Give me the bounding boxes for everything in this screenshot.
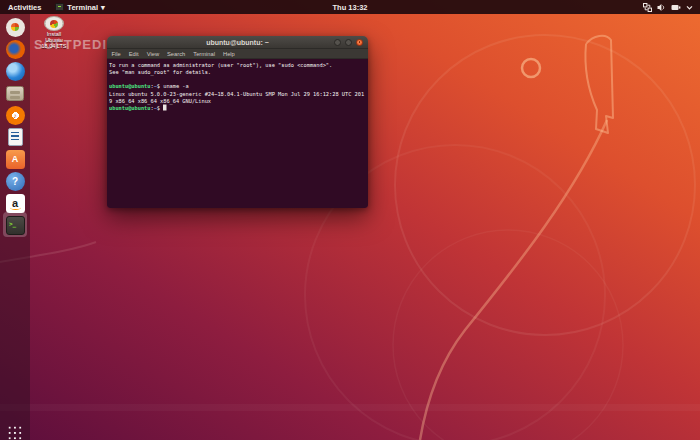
firefox-icon	[6, 40, 25, 59]
dock-item-files[interactable]	[0, 82, 30, 104]
install-ubuntu-icon	[6, 18, 25, 37]
dock-item-ubuntu-software[interactable]: A	[0, 148, 30, 170]
menu-terminal[interactable]: Terminal	[193, 51, 215, 57]
help-icon: ?	[6, 172, 25, 191]
amazon-icon: a	[6, 194, 25, 213]
battery-icon	[671, 3, 681, 12]
terminal-icon	[55, 3, 64, 11]
terminal-motd-line2: See "man sudo_root" for details.	[109, 68, 368, 75]
terminal-output-line2: 9 x86_64 x86_64 x86_64 GNU/Linux	[109, 97, 368, 104]
menu-file[interactable]: File	[112, 51, 121, 57]
minimize-button[interactable]	[334, 39, 341, 46]
thunderbird-icon	[6, 62, 25, 81]
terminal-command-line: ubuntu@ubuntu:~$ uname -a	[109, 83, 368, 90]
close-button[interactable]	[356, 39, 363, 46]
chevron-down-icon	[686, 4, 693, 11]
rhythmbox-icon: ♪	[6, 106, 25, 125]
dock: ♪ A ? a >_	[0, 14, 30, 440]
terminal-titlebar[interactable]: ubuntu@ubuntu: ~	[107, 36, 368, 49]
app-menu[interactable]: Terminal ▾	[55, 3, 104, 12]
dock-item-thunderbird[interactable]	[0, 60, 30, 82]
terminal-blank-line	[109, 75, 368, 82]
network-icon	[643, 3, 652, 12]
terminal-cursor	[163, 105, 166, 111]
terminal-prompt-line: ubuntu@ubuntu:~$	[109, 104, 368, 111]
menu-search[interactable]: Search	[167, 51, 185, 57]
install-icon-label-line3: 18.04 LTS	[32, 43, 76, 49]
dock-item-firefox[interactable]	[0, 38, 30, 60]
terminal-window: ubuntu@ubuntu: ~ File Edit View Search T…	[107, 36, 368, 208]
app-menu-label: Terminal	[67, 3, 98, 12]
dock-item-libreoffice-writer[interactable]	[0, 126, 30, 148]
menu-view[interactable]: View	[147, 51, 159, 57]
activities-button[interactable]: Activities	[8, 3, 41, 12]
terminal-content[interactable]: To run a command as administrator (user …	[107, 59, 368, 208]
dock-item-terminal[interactable]: >_	[0, 214, 30, 236]
files-icon	[6, 86, 24, 101]
terminal-app-icon: >_	[6, 216, 25, 235]
ubuntu-software-icon: A	[6, 150, 25, 169]
volume-icon	[657, 3, 666, 12]
command-text: uname -a	[160, 83, 189, 89]
terminal-output-line1: Linux ubuntu 5.0.0-23-generic #24~18.04.…	[109, 90, 368, 97]
terminal-menubar: File Edit View Search Terminal Help	[107, 49, 368, 59]
desktop-icon-install-ubuntu[interactable]: Install Ubuntu 18.04 LTS	[32, 16, 76, 67]
dock-item-install-ubuntu[interactable]	[0, 16, 30, 38]
clock[interactable]: Thu 13:32	[0, 3, 700, 12]
system-tray[interactable]	[643, 3, 700, 12]
caret-down-icon: ▾	[101, 3, 105, 12]
terminal-motd-line1: To run a command as administrator (user …	[109, 61, 368, 68]
install-disc-icon	[44, 16, 64, 31]
dock-item-amazon[interactable]: a	[0, 192, 30, 214]
show-applications-button[interactable]	[8, 426, 22, 440]
maximize-button[interactable]	[345, 39, 352, 46]
top-bar: Activities Terminal ▾ Thu 13:32	[0, 0, 700, 14]
menu-help[interactable]: Help	[223, 51, 235, 57]
desktop: SOFTPEDIA® Activities Terminal ▾ Thu 13:…	[0, 0, 700, 440]
menu-edit[interactable]: Edit	[129, 51, 139, 57]
dock-item-rhythmbox[interactable]: ♪	[0, 104, 30, 126]
dock-item-help[interactable]: ?	[0, 170, 30, 192]
window-title: ubuntu@ubuntu: ~	[107, 39, 368, 46]
libreoffice-writer-icon	[8, 128, 23, 146]
